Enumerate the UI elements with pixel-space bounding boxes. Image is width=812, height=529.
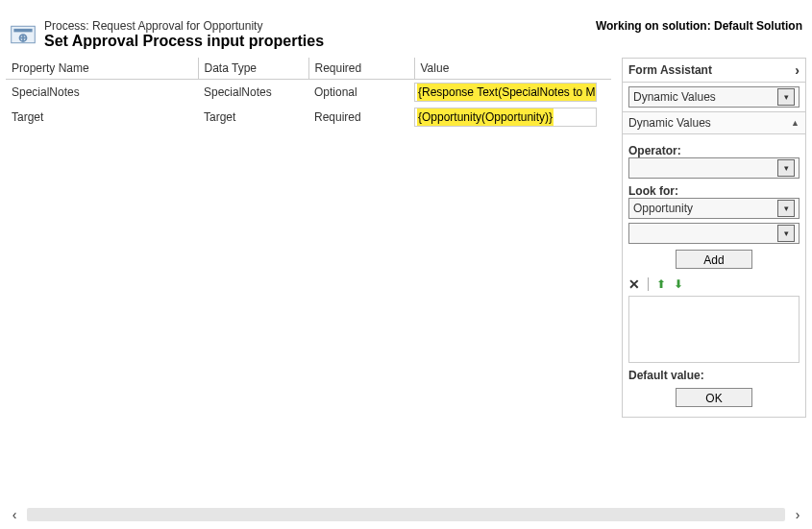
lookfor-label: Look for: (628, 184, 800, 198)
scroll-track[interactable] (27, 508, 785, 521)
scroll-left-icon[interactable]: ‹ (6, 506, 23, 523)
value-field-target[interactable]: {Opportunity(Opportunity)} (414, 108, 597, 127)
col-required: Required (308, 58, 414, 80)
dynamic-values-section-title: Dynamic Values (628, 116, 711, 130)
solution-label: Working on solution: Default Solution (596, 19, 802, 33)
ok-button[interactable]: OK (676, 388, 752, 407)
move-up-icon[interactable]: ⬆ (656, 277, 666, 291)
add-button[interactable]: Add (676, 250, 752, 269)
operator-dropdown[interactable]: ▾ (628, 157, 800, 179)
prop-type: SpecialNotes (198, 80, 308, 106)
delete-icon[interactable]: ✕ (628, 277, 640, 292)
operator-label: Operator: (628, 144, 800, 157)
svg-rect-1 (13, 29, 32, 33)
selected-values-box[interactable] (628, 296, 800, 363)
process-icon (10, 21, 37, 48)
page-title: Set Approval Process input properties (44, 33, 596, 50)
chevron-right-icon[interactable]: › (795, 62, 800, 78)
prop-type: Target (198, 105, 308, 130)
prop-name: Target (6, 105, 198, 130)
value-token: {Opportunity(Opportunity)} (417, 108, 554, 126)
prop-required: Required (308, 105, 414, 130)
chevron-down-icon: ▾ (777, 159, 795, 177)
value-token: {Response Text(SpecialNotes to Manager)} (417, 84, 597, 101)
col-data-type: Data Type (198, 58, 308, 80)
chevron-down-icon: ▾ (777, 225, 795, 242)
move-down-icon[interactable]: ⬇ (674, 277, 683, 291)
process-name: Process: Request Approval for Opportunit… (44, 19, 596, 33)
prop-name: SpecialNotes (6, 80, 198, 106)
collapse-icon[interactable]: ▲ (791, 118, 800, 128)
form-assistant-panel: Form Assistant › Dynamic Values ▾ Dynami… (622, 58, 806, 418)
col-value: Value (414, 58, 611, 80)
value-field-specialnotes[interactable]: {Response Text(SpecialNotes to Manager)} (414, 83, 597, 102)
horizontal-scrollbar[interactable]: ‹ › (6, 506, 806, 523)
form-assistant-title: Form Assistant (628, 63, 712, 77)
lookfor-entity-dropdown[interactable]: Opportunity ▾ (628, 198, 800, 219)
lookfor-field-dropdown[interactable]: ▾ (628, 223, 800, 244)
dynamic-values-main-dropdown[interactable]: Dynamic Values ▾ (628, 86, 800, 108)
table-row: Target Target Required {Opportunity(Oppo… (6, 105, 611, 130)
col-property-name: Property Name (6, 58, 198, 80)
chevron-down-icon: ▾ (777, 200, 795, 217)
prop-required: Optional (308, 80, 414, 106)
table-row: SpecialNotes SpecialNotes Optional {Resp… (6, 80, 611, 106)
chevron-down-icon: ▾ (777, 88, 795, 106)
default-value-label: Default value: (628, 369, 800, 382)
properties-table: Property Name Data Type Required Value S… (6, 58, 611, 130)
scroll-right-icon[interactable]: › (789, 506, 806, 523)
